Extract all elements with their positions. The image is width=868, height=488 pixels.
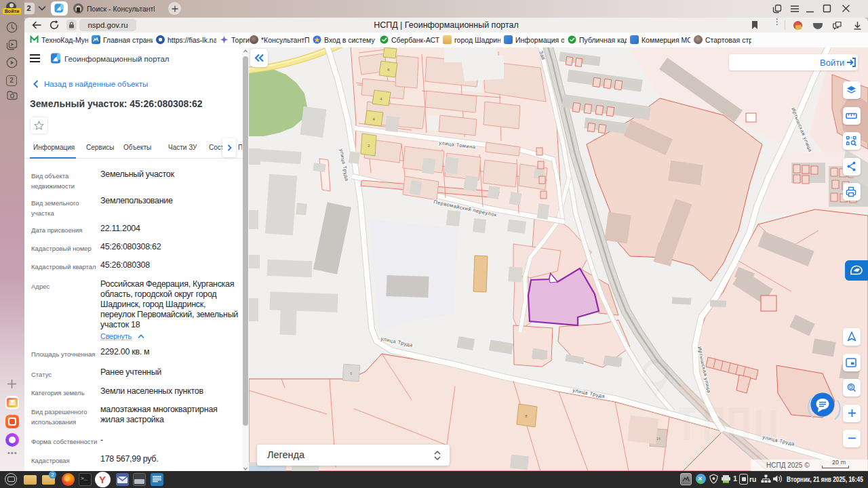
svg-text:14: 14 (656, 436, 660, 441)
svg-text:8: 8 (525, 414, 527, 418)
svg-text:6: 6 (351, 371, 353, 375)
